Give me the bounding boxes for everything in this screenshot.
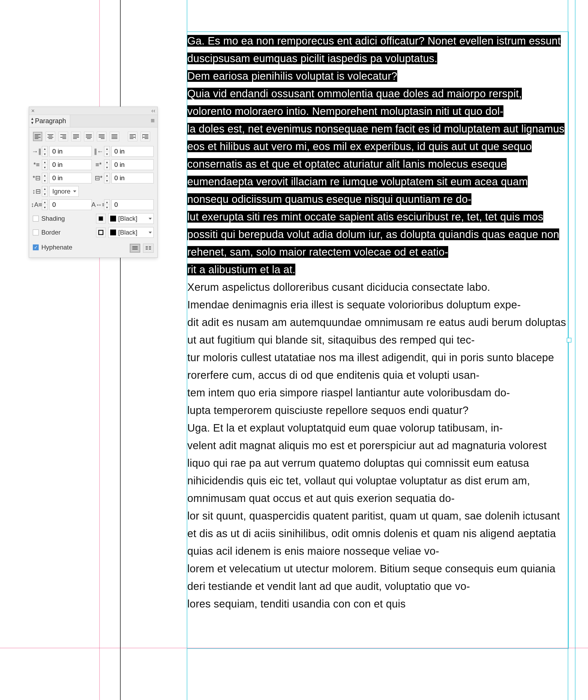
selected-text-1[interactable]: Ga. Es mo ea non remporecus ent adici of… [187, 35, 561, 64]
space-after-input[interactable] [111, 173, 154, 183]
close-icon[interactable]: × [31, 107, 35, 114]
body-text-7[interactable]: Uga. Et la et explaut voluptatquid eum q… [187, 422, 503, 434]
body-text-6[interactable]: lupta temperorem quisciuste repellore se… [187, 404, 469, 416]
first-line-indent-spinner[interactable]: ▴▾ [42, 159, 48, 170]
first-line-indent-icon: *≡ [33, 161, 40, 168]
body-text-10[interactable]: lorem et velecatium ut utectur molorem. … [187, 563, 555, 592]
selected-text-2[interactable]: Dem eariosa pienihilis voluptat is volec… [187, 70, 397, 82]
border-label: Border [41, 229, 61, 236]
border-row: Border [Black] [33, 227, 154, 238]
panel-body: →∥ ▴▾ ∥← ▴▾ *≡ ▴▾ ≡* ▴▾ [29, 127, 157, 258]
chevron-down-icon [149, 232, 152, 234]
last-line-indent-input[interactable] [111, 159, 154, 170]
left-indent-input[interactable] [49, 146, 92, 157]
hyphenate-row: Hyphenate [33, 242, 154, 253]
left-indent-spinner[interactable]: ▴▾ [42, 146, 48, 157]
justify-center-button[interactable] [84, 132, 94, 141]
panel-menu-icon[interactable]: ≡ [148, 115, 157, 127]
alignment-row [33, 132, 154, 141]
indent-row-2: *≡ ▴▾ ≡* ▴▾ [33, 159, 154, 170]
selected-text-6[interactable]: rit a alibustium et la at. [187, 264, 295, 275]
paragraph-panel[interactable]: × ‹‹ ▴▾ Paragraph ≡ [29, 107, 158, 258]
single-column-button[interactable] [130, 244, 140, 253]
body-text-1[interactable]: Xerum aspelictus dolloreribus cusant dic… [187, 281, 490, 293]
align-left-button[interactable] [33, 132, 42, 141]
space-between-spinner[interactable]: ▴▾ [42, 186, 48, 197]
page-edge [120, 0, 121, 700]
shading-label: Shading [41, 215, 65, 222]
shading-checkbox[interactable] [33, 216, 39, 222]
dropcap-lines-spinner[interactable]: ▴▾ [42, 199, 48, 210]
selected-text-5[interactable]: lut exerupta siti res mint occate sapien… [187, 211, 559, 258]
border-checkbox[interactable] [33, 230, 39, 235]
align-right-button[interactable] [58, 132, 68, 141]
space-between-value: Ignore [52, 188, 70, 195]
shading-color-dropdown[interactable]: [Black] [108, 213, 154, 224]
dropcap-chars-icon: A↔≡ [95, 201, 102, 208]
chevron-down-icon [149, 218, 152, 220]
dropcap-row: ↕A≡ ▴▾ A↔≡ ▴▾ [33, 199, 154, 210]
space-between-dropdown[interactable]: Ignore [49, 186, 79, 197]
swatch-black-icon [110, 216, 116, 222]
hyphenate-checkbox[interactable] [33, 244, 39, 250]
body-text-11[interactable]: lores sequiam, tenditi usandia con con e… [187, 598, 406, 610]
space-before-icon: *⊟ [33, 174, 40, 182]
tab-paragraph[interactable]: ▴▾ Paragraph [29, 115, 70, 127]
tab-label: Paragraph [35, 117, 66, 125]
last-line-indent-spinner[interactable]: ▴▾ [104, 159, 110, 170]
dropcap-chars-spinner[interactable]: ▴▾ [104, 199, 110, 210]
space-between-row: ↕⊟ ▴▾ Ignore [33, 186, 154, 197]
guide-column-right [575, 0, 575, 700]
last-line-indent-icon: ≡* [95, 161, 102, 168]
indent-row-1: →∥ ▴▾ ∥← ▴▾ [33, 146, 154, 157]
space-row: *⊟ ▴▾ ⊟* ▴▾ [33, 173, 154, 183]
frame-outport-handle[interactable] [567, 338, 571, 343]
justify-right-button[interactable] [97, 132, 106, 141]
collapse-icon[interactable]: ‹‹ [151, 107, 155, 114]
svg-rect-39 [99, 230, 103, 235]
space-before-input[interactable] [49, 173, 92, 183]
body-text-5[interactable]: tem intem quo eria simpore riaspel lanti… [187, 387, 510, 399]
hyphenate-label: Hyphenate [41, 244, 72, 251]
space-after-spinner[interactable]: ▴▾ [104, 173, 110, 183]
swatch-black-icon [110, 230, 116, 235]
align-away-spine-button[interactable] [141, 132, 150, 141]
body-text-4[interactable]: tur moloris cullest utatatiae nos ma ill… [187, 352, 554, 381]
right-indent-spinner[interactable]: ▴▾ [104, 146, 110, 157]
right-indent-icon: ∥← [95, 148, 102, 155]
space-before-spinner[interactable]: ▴▾ [42, 173, 48, 183]
dropcap-chars-input[interactable] [111, 199, 154, 210]
body-text-3[interactable]: dit adit es nusam am autemquundae omnimu… [187, 316, 566, 346]
text-frame[interactable]: Ga. Es mo ea non remporecus ent adici of… [187, 32, 568, 648]
border-color-dropdown[interactable]: [Black] [108, 227, 154, 238]
panel-titlebar[interactable]: × ‹‹ [29, 107, 157, 115]
align-towards-spine-button[interactable] [128, 132, 137, 141]
body-text-9[interactable]: lor sit quunt, quaspercidis quatent pari… [187, 510, 560, 557]
shading-row: Shading [Black] [33, 213, 154, 224]
border-stroke-toggle[interactable] [96, 228, 106, 237]
selected-text-4[interactable]: la doles est, net evenimus nonsequae nem… [187, 123, 565, 205]
span-columns-button[interactable] [143, 244, 154, 253]
body-text-2[interactable]: Imendae denimagnis eria illest is sequat… [187, 299, 521, 311]
svg-rect-38 [99, 216, 103, 221]
span-columns-buttons [130, 244, 154, 253]
space-between-icon: ↕⊟ [33, 188, 40, 195]
justify-left-button[interactable] [71, 132, 81, 141]
right-indent-input[interactable] [111, 146, 154, 157]
dropcap-lines-input[interactable] [49, 199, 92, 210]
margin-guide [99, 0, 100, 700]
justify-full-button[interactable] [110, 132, 119, 141]
align-center-button[interactable] [46, 132, 55, 141]
border-color-name: [Black] [118, 229, 137, 236]
space-after-icon: ⊟* [95, 174, 102, 182]
shading-fill-toggle[interactable] [96, 214, 106, 223]
selected-text-3[interactable]: Quia vid endandi ossusant ommolentia qua… [187, 88, 522, 117]
first-line-indent-input[interactable] [49, 159, 92, 170]
body-text-8[interactable]: velent adit magnat aliquis mo est et por… [187, 440, 547, 504]
shading-color-name: [Black] [118, 215, 137, 222]
panel-tabs: ▴▾ Paragraph ≡ [29, 115, 157, 127]
left-indent-icon: →∥ [33, 148, 40, 155]
story-text[interactable]: Ga. Es mo ea non remporecus ent adici of… [187, 32, 568, 613]
dropcap-lines-icon: ↕A≡ [33, 201, 40, 208]
cycle-icon[interactable]: ▴▾ [31, 116, 33, 125]
